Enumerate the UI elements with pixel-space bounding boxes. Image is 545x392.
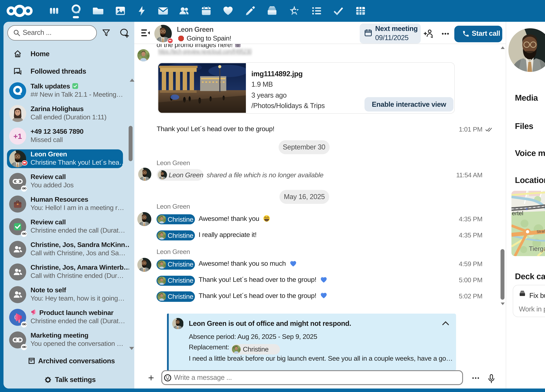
svg-text:ertel: ertel [512, 210, 523, 216]
svg-text:Tiergarten: Tiergarten [529, 245, 545, 252]
